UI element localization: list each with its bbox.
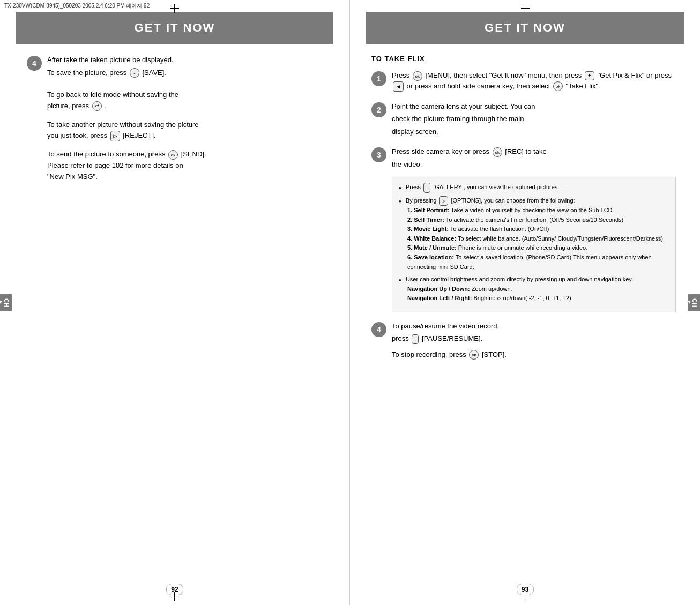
reg-mark-top-left — [170, 4, 179, 13]
info-bullet-1: Press - [GALLERY], you can view the capt… — [399, 183, 669, 192]
page-container: TX-230VW(CDM-8945)_050203 2005.2.4 6:20 … — [0, 0, 700, 605]
left-para2-line2: you just took, press ▷ [REJECT]. — [47, 130, 331, 141]
left-para3-line1: To send the picture to someone, press ok… — [47, 149, 331, 160]
options-btn-icon: ▷ — [439, 196, 448, 206]
left-para1: To go back to idle mode without saving t… — [47, 89, 331, 112]
section-title: TO TAKE FLIX — [371, 55, 676, 63]
left-step4-content: After take the taken picture be displaye… — [47, 55, 331, 80]
left-para1-line2: picture, press ↩ . — [47, 101, 331, 112]
reg-mark-top-right — [521, 4, 530, 13]
right-step4-line1: To pause/resume the video record, — [392, 321, 676, 332]
right-step-1: 1 Press ok [MENU], then select "Get It n… — [371, 70, 676, 94]
right-step-4: 4 To pause/resume the video record, pres… — [371, 321, 676, 346]
left-page: TX-230VW(CDM-8945)_050203 2005.2.4 6:20 … — [0, 0, 350, 605]
left-para3-line2: Please refer to page 102 for more detail… — [47, 160, 331, 171]
left-page-number: 92 — [166, 584, 183, 595]
info-box: Press - [GALLERY], you can view the capt… — [392, 177, 676, 312]
info-nav-up: Navigation Up / Down: Zoom up/down. — [407, 285, 669, 294]
right-chapter-tab: CH5 — [688, 294, 700, 311]
info-sub-6: 6. Save location: To select a saved loca… — [407, 253, 669, 272]
left-header-title: GET IT NOW — [135, 21, 215, 35]
right-stop-text: To stop recording, press ok [STOP]. — [392, 349, 676, 361]
right-step2-content: Point the camera lens at your subject. Y… — [392, 101, 676, 139]
info-sub-4: 4. White Balance: To select white balanc… — [407, 234, 669, 244]
right-step-2: 2 Point the camera lens at your subject.… — [371, 101, 676, 139]
send-btn-icon: ok — [168, 150, 178, 160]
left-step-4: 4 After take the taken picture be displa… — [27, 55, 331, 80]
right-step4-line2: press - [PAUSE/RESUME]. — [392, 333, 676, 344]
left-para3-line3: "New Pix MSG". — [47, 171, 331, 183]
left-chapter-tab: CH5 — [0, 294, 12, 311]
left-content: 4 After take the taken picture be displa… — [0, 44, 349, 201]
right-page: GET IT NOW TO TAKE FLIX 1 Press ok [MENU… — [350, 0, 700, 605]
info-sub-5: 5. Mute / Unmute: Phone is mute or unmut… — [407, 243, 669, 253]
menu-btn-icon: ok — [413, 71, 422, 81]
right-stop-para: To stop recording, press ok [STOP]. — [392, 349, 676, 361]
info-nav-left: Navigation Left / Right: Brightness up/d… — [407, 294, 669, 303]
step-circle-4-right: 4 — [371, 322, 386, 337]
right-step1-content: Press ok [MENU], then select "Get It now… — [392, 70, 676, 94]
right-content: TO TAKE FLIX 1 Press ok [MENU], then sel… — [350, 44, 700, 379]
info-bullet-3: User can control brightness and zoom dir… — [399, 275, 669, 303]
right-step3-content: Press side camera key or press ok [REC] … — [392, 146, 676, 171]
left-para2-line1: To take another picture without saving t… — [47, 119, 331, 131]
sel-btn-icon: ok — [553, 81, 563, 91]
right-step3-line2: the video. — [392, 159, 676, 170]
right-step-3: 3 Press side camera key or press ok [REC… — [371, 146, 676, 171]
left-para3: To send the picture to someone, press ok… — [47, 149, 331, 182]
left-para1-line1: To go back to idle mode without saving t… — [47, 89, 331, 101]
right-step1-text: Press ok [MENU], then select "Get It now… — [392, 70, 676, 92]
info-sub-1: 1. Self Portrait: Take a video of yourse… — [407, 206, 669, 215]
nav-btn-icon: ◄ — [393, 81, 404, 92]
stop-btn-icon: ok — [469, 350, 479, 360]
info-sub-2: 2. Self Timer: To activate the camera's … — [407, 215, 669, 225]
pause-btn-icon: - — [412, 334, 419, 344]
right-step2-line2: check the picture framing through the ma… — [392, 114, 676, 124]
left-header-banner: GET IT NOW — [16, 12, 333, 44]
right-step4-content: To pause/resume the video record, press … — [392, 321, 676, 346]
rec-btn-icon: ok — [493, 147, 502, 157]
left-step4-line2: To save the picture, press - [SAVE]. — [47, 68, 331, 78]
right-header-banner: GET IT NOW — [366, 12, 684, 44]
step-circle-2: 2 — [371, 102, 386, 117]
left-step4-line1: After take the taken picture be displaye… — [47, 55, 331, 65]
reject-btn-icon: ▷ — [110, 131, 120, 141]
getpix-btn-icon: ✦ — [585, 71, 594, 81]
step-circle-1: 1 — [371, 71, 386, 86]
right-page-number-circle: 93 — [517, 584, 534, 595]
left-page-number-circle: 92 — [166, 584, 183, 595]
info-bullet-2: By pressing ▷ [OPTIONS], you can choose … — [399, 196, 669, 272]
right-step2-line3: display screen. — [392, 126, 676, 137]
right-step3-line1: Press side camera key or press ok [REC] … — [392, 146, 676, 157]
back-btn-icon: ↩ — [92, 101, 102, 111]
left-para2: To take another picture without saving t… — [47, 119, 331, 142]
gallery-btn-icon: - — [423, 183, 430, 192]
right-header-title: GET IT NOW — [485, 21, 565, 35]
save-btn-icon: - — [130, 68, 139, 78]
info-sub-3: 3. Movie Light: To activate the flash fu… — [407, 225, 669, 234]
right-step2-line1: Point the camera lens at your subject. Y… — [392, 101, 676, 112]
step-circle-3: 3 — [371, 147, 386, 162]
right-page-number: 93 — [517, 584, 534, 595]
step-circle-4-left: 4 — [27, 56, 42, 71]
